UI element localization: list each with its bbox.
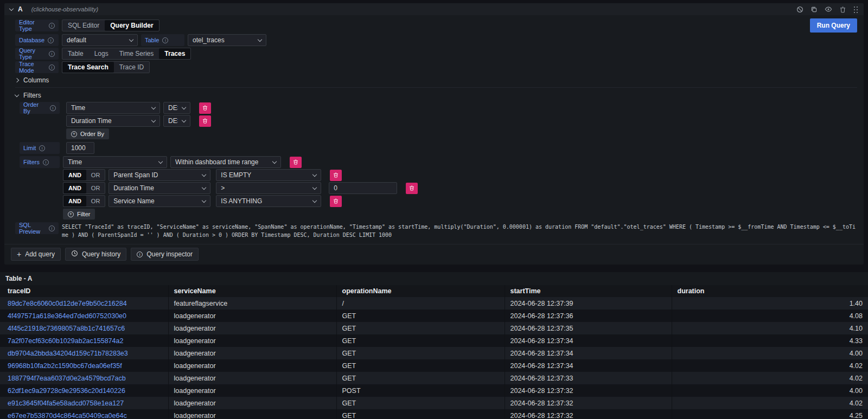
filter-field-select[interactable]: Time [63,156,167,168]
info-icon[interactable]: i [49,23,55,29]
trace-id-link[interactable]: 62df1ec9a29728c9e29536c20d140226 [8,387,125,395]
cell-service-name: loadgenerator [168,409,336,419]
history-icon [71,250,78,259]
column-header-serviceName[interactable]: serviceName [168,285,336,297]
limit-input[interactable] [66,142,94,154]
query-header-actions [796,5,858,13]
filter-field-select[interactable]: Service Name [108,195,210,207]
query-type-toggle-option[interactable]: Table [62,48,89,59]
trace-mode-toggle-option[interactable]: Trace Search [62,62,114,73]
column-header-operationName[interactable]: operationName [336,285,505,297]
remove-condition-button[interactable] [406,183,418,194]
trace-id-link[interactable]: 4f497571a618e364ed7ded60752030e0 [8,312,126,320]
trace-id-link[interactable]: db9704a2bbda34204d159c71b78283e3 [8,350,128,357]
datasource-name: (clickhouse-observability) [31,6,99,12]
filter-operator-select[interactable]: Within dashboard time range [170,156,281,168]
editor-type-toggle-option[interactable]: SQL Editor [62,20,105,31]
order-by-direction-select[interactable]: DESC [163,115,190,127]
duplicate-query-icon[interactable] [810,6,818,13]
trace-id-link[interactable]: 7a2f07ecf63c60b1029ab2ac155874a2 [8,337,123,345]
conjunction-option[interactable]: OR [86,196,105,207]
conjunction-option[interactable]: OR [86,183,105,194]
trace-id-link[interactable]: 89dc7e8c6060c0d12de7e9b50c216284 [8,300,127,307]
filter-operator-select[interactable]: > [216,182,321,194]
info-icon[interactable]: i [50,105,56,111]
info-icon[interactable]: i [162,37,168,43]
table-select[interactable]: otel_traces [188,34,266,46]
filter-operator-value: IS EMPTY [221,171,251,179]
hide-response-icon[interactable] [825,5,832,13]
remove-order-by-button[interactable] [199,115,211,127]
remove-condition-button[interactable] [330,170,342,181]
info-icon[interactable]: i [43,159,49,165]
trace-id-link[interactable]: 96968b10fa2b2c1590bc67dea06ef35f [8,362,122,370]
conjunction-option[interactable]: OR [86,170,105,181]
chevron-down-icon [258,37,262,41]
columns-section-header[interactable]: Columns [15,75,857,86]
columns-section-title: Columns [23,76,49,84]
conjunction-option[interactable]: AND [63,196,86,207]
run-query-button[interactable]: Run Query [810,18,857,33]
trace-id-link[interactable]: 4f45c21918c73698057a8b1c741657c6 [8,325,125,332]
collapse-query-icon[interactable] [9,6,14,10]
cell-trace-id: 7a2f07ecf63c60b1029ab2ac155874a2 [0,334,168,347]
column-header-startTime[interactable]: startTime [505,285,672,297]
remove-condition-button[interactable] [330,196,342,207]
filter-value-input[interactable] [329,182,397,194]
cell-operation-name: POST [336,384,505,397]
add-query-button[interactable]: + Add query [11,248,61,261]
filter-operator-select[interactable]: IS EMPTY [216,169,321,181]
info-icon[interactable]: i [49,65,55,70]
filters-section-title: Filters [23,92,41,99]
filter-field-value: Parent Span ID [113,171,158,179]
editor-type-toggle-option[interactable]: Query Builder [105,20,158,31]
filter-condition-row: AND OR Parent Span ID IS EMPTY [63,169,418,181]
chevron-down-icon [312,172,317,176]
info-icon[interactable]: i [48,37,54,43]
query-type-toggle-option[interactable]: Traces [159,48,190,59]
column-header-traceID[interactable]: traceID [0,285,168,297]
info-icon[interactable]: i [49,51,55,57]
query-type-toggle-option[interactable]: Logs [89,48,114,59]
trace-id-link[interactable]: e91c3645f04fa5e58adcd0758e1ea127 [8,399,124,407]
database-select[interactable]: default [62,34,138,46]
info-icon[interactable]: i [49,225,55,231]
query-type-toggle-option[interactable]: Time Series [114,48,159,59]
table-row: 96968b10fa2b2c1590bc67dea06ef35f loadgen… [0,359,868,372]
filter-operator-select[interactable]: IS ANYTHING [216,195,321,207]
column-header-duration[interactable]: duration [672,285,868,297]
filter-field-select[interactable]: Parent Span ID [108,169,210,181]
filter-field-select[interactable]: Duration Time [108,182,210,194]
order-by-row: Duration Time DESC [63,115,211,127]
query-history-button[interactable]: Query history [65,248,126,261]
filters-section-header[interactable]: Filters [15,90,857,101]
order-by-direction-select[interactable]: DESC [163,102,190,114]
drag-handle-icon[interactable] [853,6,858,13]
trace-id-link[interactable]: e67ee7b53870d4c864ca50409ca0e64c [8,412,127,419]
add-order-by-button[interactable]: + Order By [66,128,109,139]
remove-query-icon[interactable] [839,6,846,13]
cell-service-name: loadgenerator [168,334,336,347]
cell-trace-id: 89dc7e8c6060c0d12de7e9b50c216284 [0,297,168,310]
add-filter-button[interactable]: + Filter [63,209,95,220]
chevron-down-icon [158,159,163,163]
trace-mode-toggle-option[interactable]: Trace ID [114,62,150,73]
cell-operation-name: GET [336,322,505,334]
query-inspector-button[interactable]: i Query inspector [131,248,199,261]
order-by-field-select[interactable]: Duration Time [66,115,160,127]
filter-operator-value: > [221,184,225,192]
remove-filter-button[interactable] [290,157,302,168]
disable-query-icon[interactable] [796,6,803,13]
remove-order-by-button[interactable] [199,102,211,114]
conjunction-option[interactable]: AND [63,183,86,194]
info-icon[interactable]: i [39,145,45,151]
trace-id-link[interactable]: 1887794f7eaa6037d0e2a4579bcd7acb [8,375,126,382]
condition-conjunction-toggle: AND OR [63,195,105,207]
cell-operation-name: / [336,297,505,310]
filter-field-value: Time [68,158,82,166]
plus-circle-icon: + [68,211,74,217]
chevron-down-icon [151,118,156,122]
filter-operator-value: IS ANYTHING [221,197,262,205]
order-by-field-select[interactable]: Time [66,102,160,114]
conjunction-option[interactable]: AND [63,170,86,181]
